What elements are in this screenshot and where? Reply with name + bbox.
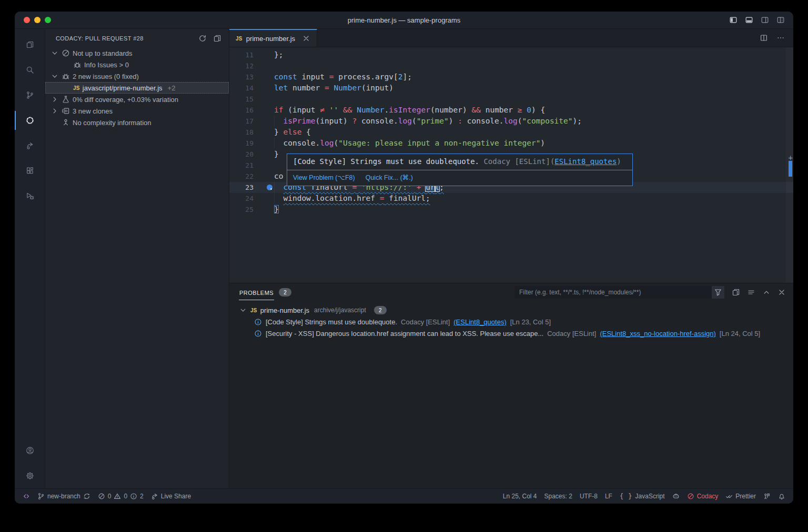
activity-extensions[interactable] <box>15 158 45 183</box>
eol-status[interactable]: LF <box>601 489 616 504</box>
feedback-status[interactable] <box>760 489 774 504</box>
close-window-button[interactable] <box>24 17 30 23</box>
maximize-panel-icon[interactable] <box>762 288 771 296</box>
tree-indent-spacer <box>50 118 59 127</box>
toggle-panel-icon[interactable] <box>745 16 753 24</box>
code-line-25[interactable]: 25} <box>229 204 793 215</box>
remote-indicator[interactable] <box>19 489 34 504</box>
eslint-rule-link[interactable]: (ESLint8_xss_no-location-href-assign) <box>600 330 715 337</box>
problem-source: Codacy [ESLint] <box>547 330 596 337</box>
code-line-12[interactable]: 12 <box>229 60 793 71</box>
activity-accounts[interactable] <box>15 438 45 463</box>
code-line-17[interactable]: 17 isPrime(input) ? console.log("prime")… <box>229 116 793 127</box>
quick-fix-link[interactable]: Quick Fix... (⌘.) <box>366 172 413 183</box>
code-token: process.argv[ <box>334 73 398 81</box>
line-number: 23 <box>229 182 254 193</box>
codacy-status[interactable]: Codacy <box>683 489 722 504</box>
codacy-pin-icon[interactable] <box>267 185 272 190</box>
problem-message: [Security - XSS] Dangerous location.href… <box>266 330 543 337</box>
code-token: log <box>504 117 518 125</box>
encoding-status[interactable]: UTF-8 <box>576 489 601 504</box>
code-line-13[interactable]: 13const input = process.argv[2]; <box>229 71 793 83</box>
language-status[interactable]: { } JavaScript <box>616 489 669 504</box>
double-check-icon <box>725 493 733 500</box>
code-token: ≥ <box>518 106 522 114</box>
code-line-18[interactable]: 18} else { <box>229 127 793 138</box>
eslint-rule-link[interactable]: (ESLint8_quotes) <box>453 318 506 326</box>
tab-prime-number[interactable]: JS prime-number.js <box>229 29 317 47</box>
problem-row[interactable]: [Security - XSS] Dangerous location.href… <box>229 328 793 339</box>
problems-file-row[interactable]: JSprime-number.jsarchive/j/javascript2 <box>229 304 793 316</box>
activity-explorer[interactable] <box>15 32 45 57</box>
copilot-status[interactable] <box>669 489 683 504</box>
close-panel-icon[interactable] <box>777 288 786 296</box>
problems-status[interactable]: 0 0 2 <box>94 489 147 504</box>
account-icon <box>26 446 34 455</box>
status-right: Ln 25, Col 4 Spaces: 2 UTF-8 LF { } Java… <box>499 489 789 504</box>
tree-item[interactable]: 3 new clones <box>45 105 229 117</box>
activity-settings[interactable] <box>15 463 45 488</box>
tree-item[interactable]: JSjavascript/prime-number.js+2 <box>45 82 229 94</box>
tree-item[interactable]: 2 new issues (0 fixed) <box>45 70 229 82</box>
line-content: const input = process.argv[2]; <box>274 71 412 83</box>
filter-funnel-icon[interactable] <box>712 286 724 299</box>
toggle-sidebar-icon[interactable] <box>729 16 738 24</box>
indentation-status[interactable]: Spaces: 2 <box>541 489 576 504</box>
tab-problems[interactable]: PROBLEMS <box>239 285 274 300</box>
problem-source: Codacy [ESLint] <box>401 318 450 326</box>
panel-header: PROBLEMS 2 <box>229 283 793 301</box>
activity-source-control[interactable] <box>15 83 45 108</box>
tree-item[interactable]: Info Issues > 0 <box>45 59 229 70</box>
code-editor[interactable]: 11};1213const input = process.argv[2];14… <box>229 47 793 283</box>
line-content: isPrime(input) ? console.log("prime") : … <box>274 116 582 127</box>
cursor-position[interactable]: Ln 25, Col 4 <box>499 489 541 504</box>
view-as-list-icon[interactable] <box>747 288 755 296</box>
code-line-14[interactable]: 14let number = Number(input) <box>229 83 793 94</box>
problem-row[interactable]: [Code Style] Strings must use doublequot… <box>229 316 793 328</box>
tree-indent-spacer <box>62 60 70 69</box>
zoom-window-button[interactable] <box>45 17 51 23</box>
line-number: 20 <box>229 149 254 160</box>
customize-layout-icon[interactable] <box>776 16 785 24</box>
code-token: input <box>297 73 329 81</box>
tree-item[interactable]: No complexity information <box>45 117 229 128</box>
tree-item[interactable]: Not up to standards <box>45 47 229 59</box>
code-token: console. <box>274 139 320 147</box>
activity-run-and-debug[interactable] <box>15 183 45 209</box>
tab-close-icon[interactable] <box>302 34 310 43</box>
code-line-16[interactable]: 16if (input ≠ '' && Number.isInteger(num… <box>229 105 793 116</box>
code-line-15[interactable]: 15 <box>229 94 793 105</box>
tree-item[interactable]: 0% diff coverage, +0.03% variation <box>45 94 229 105</box>
notifications-status[interactable] <box>774 489 789 504</box>
line-number: 13 <box>229 71 254 83</box>
live-share-status[interactable]: Live Share <box>147 489 195 504</box>
code-line-11[interactable]: 11}; <box>229 49 793 60</box>
minimize-window-button[interactable] <box>34 17 41 23</box>
prettier-status[interactable]: Prettier <box>722 489 760 504</box>
overview-ruler[interactable]: + <box>786 47 793 283</box>
remote-icon <box>23 493 30 500</box>
branch-status[interactable]: new-branch <box>34 489 94 504</box>
file-problems-badge: 2 <box>374 306 387 314</box>
toggle-secondary-sidebar-icon[interactable] <box>761 16 769 24</box>
code-line-19[interactable]: 19 console.log("Usage: please input a no… <box>229 138 793 149</box>
code-line-24[interactable]: 24 window.location.href = finalUrl; <box>229 193 793 204</box>
beaker-icon <box>62 95 70 104</box>
eslint-rule-link[interactable]: ESLint8_quotes <box>554 157 617 166</box>
refresh-icon[interactable] <box>198 34 207 43</box>
code-token: }; <box>274 50 283 59</box>
code-token: && <box>471 106 480 114</box>
code-token: (input) <box>361 84 393 92</box>
filter-input[interactable] <box>515 289 712 296</box>
tree-item-label: Info Issues > 0 <box>84 61 129 69</box>
activity-search[interactable] <box>15 57 45 83</box>
collapse-icon[interactable] <box>213 34 221 43</box>
activity-codacy[interactable] <box>15 108 45 133</box>
collapse-all-icon[interactable] <box>732 288 740 296</box>
activity-live-share[interactable] <box>15 133 45 158</box>
view-problem-link[interactable]: View Problem (⌥F8) <box>293 172 355 183</box>
line-number: 14 <box>229 83 254 94</box>
code-token <box>325 106 329 114</box>
more-actions-icon[interactable] <box>776 34 785 42</box>
split-editor-icon[interactable] <box>760 34 768 42</box>
